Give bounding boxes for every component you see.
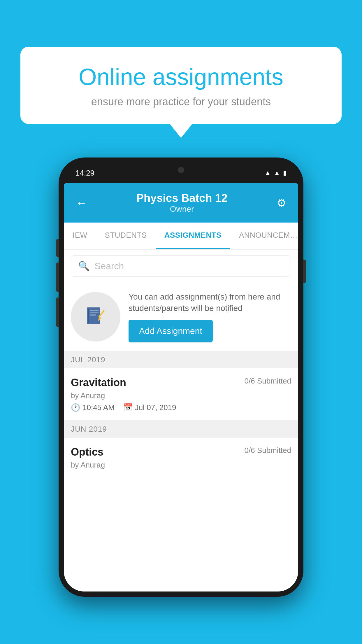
svg-rect-2: [90, 310, 99, 311]
search-placeholder: Search: [94, 261, 124, 272]
search-container: 🔍 Search: [64, 250, 298, 282]
status-bar: 14:29 ▲ ▲ ▮: [64, 163, 298, 183]
assignment-date: 📅 Jul 07, 2019: [123, 403, 176, 412]
assignment-item-header: Gravitation 0/6 Submitted: [71, 377, 291, 389]
phone-side-button-1: [56, 239, 59, 257]
assignment-info: You can add assignment(s) from here and …: [129, 291, 291, 342]
status-time: 14:29: [75, 169, 94, 178]
phone-power-button: [303, 260, 306, 283]
phone-volume-down-button: [56, 298, 59, 327]
speech-bubble-container: Online assignments ensure more practice …: [20, 47, 342, 124]
assignment-icon-circle: [71, 292, 120, 342]
tab-assignments[interactable]: ASSIGNMENTS: [156, 223, 230, 249]
assignment-meta: 🕐 10:45 AM 📅 Jul 07, 2019: [71, 403, 291, 412]
status-icons: ▲ ▲ ▮: [264, 169, 287, 177]
svg-rect-3: [90, 312, 99, 313]
assignment-name: Gravitation: [71, 377, 126, 389]
svg-rect-4: [90, 314, 96, 316]
tabs-container: IEW STUDENTS ASSIGNMENTS ANNOUNCEM…: [64, 223, 298, 250]
phone-volume-up-button: [56, 262, 59, 292]
back-button[interactable]: ←: [75, 196, 87, 209]
notebook-icon: [84, 305, 107, 328]
phone-screen: ← Physics Batch 12 Owner ⚙ IEW STUDENTS …: [64, 183, 298, 592]
assignment-time: 🕐 10:45 AM: [71, 403, 115, 412]
assignment-name-optics: Optics: [71, 446, 103, 458]
phone-outer: 14:29 ▲ ▲ ▮ ← Physics Batch 12 Owner ⚙: [59, 158, 303, 597]
batch-subtitle: Owner: [87, 204, 277, 214]
phone-container: 14:29 ▲ ▲ ▮ ← Physics Batch 12 Owner ⚙: [59, 158, 303, 597]
assignment-description: You can add assignment(s) from here and …: [129, 291, 291, 314]
header-title-group: Physics Batch 12 Owner: [87, 192, 277, 214]
speech-bubble: Online assignments ensure more practice …: [20, 47, 342, 124]
settings-button[interactable]: ⚙: [277, 197, 287, 209]
assignment-item-gravitation[interactable]: Gravitation 0/6 Submitted by Anurag 🕐 10…: [64, 368, 298, 421]
assignment-date-value: Jul 07, 2019: [135, 403, 176, 412]
batch-title: Physics Batch 12: [87, 192, 277, 204]
assignment-by: by Anurag: [71, 391, 291, 400]
tab-iew[interactable]: IEW: [64, 223, 96, 249]
search-icon: 🔍: [78, 260, 90, 272]
calendar-icon: 📅: [123, 403, 133, 412]
add-assignment-section: You can add assignment(s) from here and …: [64, 282, 298, 351]
submitted-count-optics: 0/6 Submitted: [245, 446, 291, 455]
add-assignment-button[interactable]: Add Assignment: [129, 320, 213, 342]
assignment-time-value: 10:45 AM: [82, 403, 115, 412]
phone-notch: [152, 163, 210, 177]
speech-bubble-title: Online assignments: [41, 64, 321, 90]
app-header: ← Physics Batch 12 Owner ⚙: [64, 183, 298, 223]
camera-dot: [178, 167, 184, 173]
wifi-icon: ▲: [264, 169, 271, 177]
month-separator-jul: JUL 2019: [64, 351, 298, 368]
assignment-item-header-optics: Optics 0/6 Submitted: [71, 446, 291, 458]
battery-icon: ▮: [283, 169, 287, 177]
assignment-by-optics: by Anurag: [71, 461, 291, 470]
speech-bubble-subtitle: ensure more practice for your students: [41, 96, 321, 108]
assignment-item-optics[interactable]: Optics 0/6 Submitted by Anurag: [64, 438, 298, 481]
signal-icon: ▲: [274, 169, 280, 177]
tab-announcements[interactable]: ANNOUNCEM…: [230, 223, 298, 249]
clock-icon: 🕐: [71, 403, 80, 412]
svg-rect-1: [88, 309, 89, 323]
month-separator-jun: JUN 2019: [64, 421, 298, 438]
search-bar[interactable]: 🔍 Search: [71, 256, 291, 276]
submitted-count: 0/6 Submitted: [245, 377, 291, 386]
tab-students[interactable]: STUDENTS: [96, 223, 156, 249]
